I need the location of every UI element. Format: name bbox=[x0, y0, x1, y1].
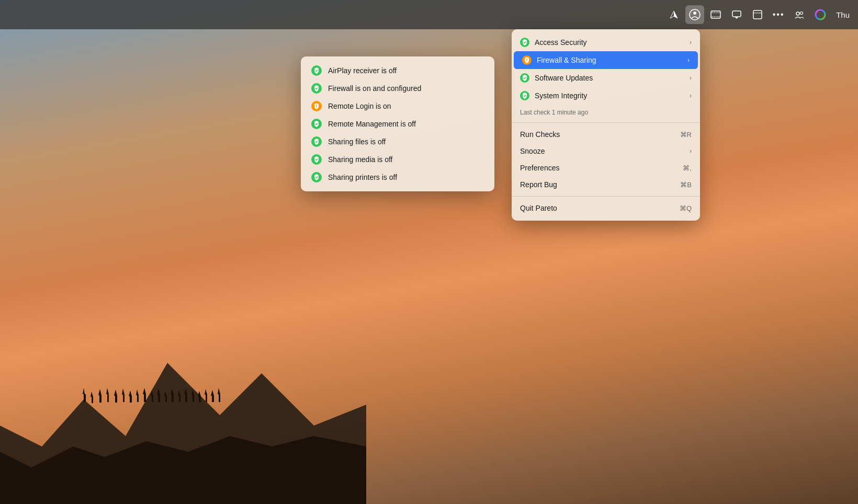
software-updates-label: Software Updates bbox=[535, 74, 684, 82]
submenu-item-sharing-printers[interactable]: Sharing printers is off bbox=[301, 168, 494, 186]
svg-rect-53 bbox=[712, 17, 713, 18]
menu-item-software-updates[interactable]: Software Updates › bbox=[512, 69, 700, 87]
firewall-status-icon bbox=[522, 55, 532, 65]
svg-point-45 bbox=[693, 12, 696, 15]
run-checks-shortcut: ⌘R bbox=[680, 131, 692, 139]
svg-point-63 bbox=[816, 10, 825, 19]
main-dropdown-menu: Access Security › Firewall & Sharing › bbox=[512, 29, 700, 221]
menu-item-access-security[interactable]: Access Security › bbox=[512, 33, 700, 51]
submenu-item-airplay[interactable]: AirPlay receiver is off bbox=[301, 62, 494, 79]
svg-marker-17 bbox=[136, 390, 139, 395]
svg-rect-6 bbox=[99, 395, 101, 403]
window-icon[interactable] bbox=[748, 5, 767, 24]
svg-rect-51 bbox=[717, 11, 717, 13]
svg-rect-34 bbox=[199, 396, 201, 402]
more-dots-icon[interactable]: ••• bbox=[769, 5, 788, 24]
menu-section-actions: Run Checks ⌘R Snooze › Preferences ⌘, Re… bbox=[512, 125, 700, 194]
access-security-status-icon bbox=[520, 38, 529, 47]
svg-marker-7 bbox=[98, 389, 101, 395]
svg-rect-54 bbox=[714, 17, 715, 18]
run-checks-label: Run Checks bbox=[520, 130, 675, 139]
menubar-icons: ••• bbox=[664, 5, 850, 24]
svg-rect-50 bbox=[714, 11, 715, 13]
firewall-submenu-popup: AirPlay receiver is off Firewall is on a… bbox=[301, 56, 494, 191]
svg-rect-47 bbox=[711, 13, 720, 13]
svg-rect-26 bbox=[172, 395, 174, 402]
preferences-label: Preferences bbox=[520, 164, 678, 172]
svg-point-65 bbox=[316, 107, 317, 108]
remote-login-status-icon bbox=[311, 101, 322, 111]
menu-section-status: Access Security › Firewall & Sharing › bbox=[512, 32, 700, 106]
profiles-icon[interactable] bbox=[790, 5, 809, 24]
svg-rect-57 bbox=[732, 11, 741, 17]
quit-shortcut: ⌘Q bbox=[680, 204, 692, 212]
svg-marker-37 bbox=[205, 389, 207, 395]
menu-item-system-integrity[interactable]: System Integrity › bbox=[512, 87, 700, 105]
svg-rect-36 bbox=[206, 395, 207, 402]
svg-marker-15 bbox=[129, 391, 132, 396]
snooze-chevron: › bbox=[690, 147, 692, 155]
svg-rect-22 bbox=[158, 395, 160, 402]
menu-item-snooze[interactable]: Snooze › bbox=[512, 143, 700, 159]
svg-rect-2 bbox=[84, 394, 86, 402]
svg-rect-55 bbox=[717, 17, 717, 18]
film-icon[interactable] bbox=[706, 5, 725, 24]
mountain-silhouette bbox=[0, 321, 366, 504]
location-arrow-icon[interactable] bbox=[664, 5, 683, 24]
quit-label: Quit Pareto bbox=[520, 204, 674, 212]
svg-rect-38 bbox=[212, 396, 214, 402]
last-check-text: Last check 1 minute ago bbox=[512, 106, 700, 120]
svg-rect-8 bbox=[107, 394, 109, 402]
svg-rect-60 bbox=[753, 13, 762, 14]
menu-section-quit: Quit Pareto ⌘Q bbox=[512, 199, 700, 217]
menubar: ••• bbox=[0, 0, 858, 29]
firewall-sharing-label: Firewall & Sharing bbox=[537, 56, 682, 64]
remote-mgmt-status-icon bbox=[311, 119, 322, 129]
divider-2 bbox=[512, 196, 700, 197]
access-security-label: Access Security bbox=[535, 38, 684, 47]
sharing-files-label: Sharing files is off bbox=[328, 138, 386, 146]
remote-management-label: Remote Management is off bbox=[328, 120, 416, 128]
svg-marker-41 bbox=[218, 388, 220, 394]
siri-icon[interactable] bbox=[811, 5, 830, 24]
menu-item-quit[interactable]: Quit Pareto ⌘Q bbox=[512, 200, 700, 216]
menu-item-report-bug[interactable]: Report Bug ⌘B bbox=[512, 176, 700, 193]
svg-rect-32 bbox=[193, 395, 194, 402]
airplay-label: AirPlay receiver is off bbox=[328, 66, 397, 75]
menu-item-firewall-sharing[interactable]: Firewall & Sharing › bbox=[514, 51, 698, 69]
svg-marker-13 bbox=[122, 388, 125, 395]
svg-point-64 bbox=[526, 61, 527, 62]
menubar-time: Thu bbox=[836, 10, 850, 19]
svg-point-62 bbox=[800, 12, 803, 15]
pareto-app-icon[interactable] bbox=[685, 5, 704, 24]
access-security-chevron: › bbox=[690, 39, 692, 46]
svg-rect-28 bbox=[179, 396, 180, 402]
svg-marker-5 bbox=[91, 392, 93, 397]
menu-item-run-checks[interactable]: Run Checks ⌘R bbox=[512, 126, 700, 143]
sharing-printers-status-icon bbox=[311, 172, 322, 182]
sharing-files-status-icon bbox=[311, 136, 322, 147]
svg-marker-58 bbox=[735, 17, 739, 19]
svg-rect-4 bbox=[92, 397, 93, 403]
system-integrity-label: System Integrity bbox=[535, 91, 684, 100]
firewall-chevron: › bbox=[687, 56, 690, 64]
submenu-item-firewall[interactable]: Firewall is on and configured bbox=[301, 79, 494, 97]
menu-item-preferences[interactable]: Preferences ⌘, bbox=[512, 159, 700, 176]
submenu-item-sharing-files[interactable]: Sharing files is off bbox=[301, 133, 494, 151]
submenu-item-remote-management[interactable]: Remote Management is off bbox=[301, 115, 494, 133]
airplay-icon[interactable] bbox=[727, 5, 746, 24]
svg-rect-18 bbox=[144, 394, 146, 402]
svg-rect-10 bbox=[115, 396, 117, 403]
svg-rect-48 bbox=[711, 16, 720, 17]
report-bug-shortcut: ⌘B bbox=[680, 181, 692, 189]
svg-point-61 bbox=[796, 12, 799, 15]
submenu-item-remote-login[interactable]: Remote Login is on bbox=[301, 97, 494, 115]
system-integrity-status-icon bbox=[520, 91, 529, 100]
svg-marker-19 bbox=[143, 388, 146, 394]
divider-1 bbox=[512, 122, 700, 123]
svg-rect-40 bbox=[219, 394, 220, 402]
submenu-item-sharing-media[interactable]: Sharing media is off bbox=[301, 151, 494, 168]
snooze-label: Snooze bbox=[520, 147, 684, 155]
software-updates-chevron: › bbox=[690, 74, 692, 82]
svg-rect-12 bbox=[123, 395, 125, 402]
